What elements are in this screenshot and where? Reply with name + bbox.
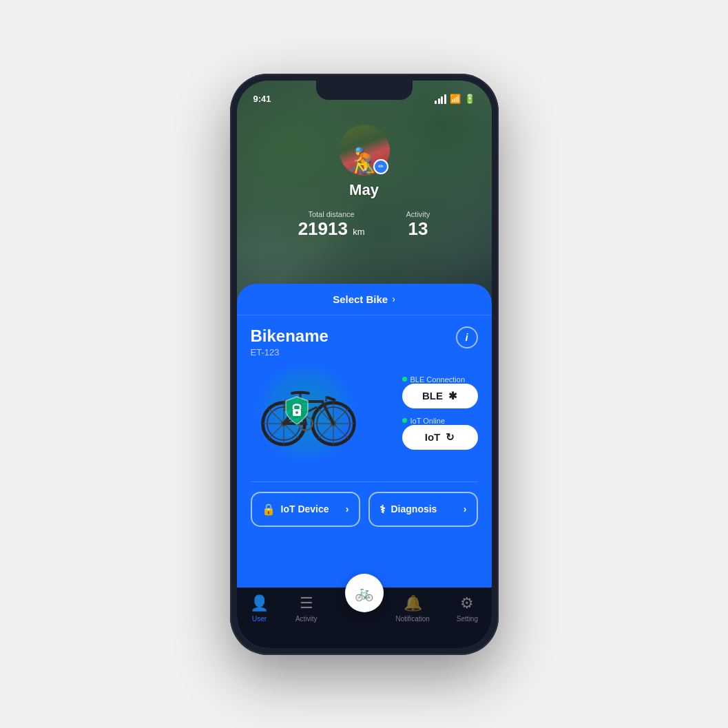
activity-value: 13 — [406, 218, 430, 240]
iot-section: IoT Online IoT ↻ — [402, 417, 478, 450]
battery-icon: 🔋 — [464, 94, 475, 104]
action-buttons: 🔒 IoT Device › ⚕ Diagnosis › — [237, 492, 492, 527]
profile-area: ✏ May Total distance 21913 km Activity 1… — [237, 111, 492, 240]
iot-device-label: IoT Device — [281, 503, 329, 514]
bike-info-button[interactable]: i — [456, 326, 478, 349]
bike-id: ET-123 — [251, 347, 329, 357]
center-fab-button[interactable]: 🚲 — [345, 574, 384, 612]
notification-nav-label: Notification — [395, 615, 429, 623]
activity-label: Activity — [406, 210, 430, 218]
status-icons: 📶 🔋 — [435, 94, 475, 104]
bike-name-group: Bikename ET-123 — [251, 326, 329, 357]
diagnosis-button[interactable]: ⚕ Diagnosis › — [368, 492, 478, 527]
diagnosis-label: Diagnosis — [391, 503, 437, 514]
diagnosis-icon: ⚕ — [379, 503, 386, 516]
edit-icon: ✏ — [378, 163, 384, 170]
activity-nav-icon: ☰ — [300, 594, 313, 612]
user-nav-label: User — [252, 615, 267, 623]
profile-name: May — [349, 181, 379, 199]
svg-line-21 — [318, 425, 331, 438]
svg-line-20 — [335, 408, 348, 422]
svg-line-10 — [269, 425, 282, 438]
notification-nav-icon: 🔔 — [404, 594, 422, 612]
ble-button-label: BLE — [422, 390, 443, 402]
user-nav-icon: 👤 — [250, 594, 269, 612]
svg-line-7 — [269, 408, 282, 422]
notch — [316, 81, 413, 100]
bike-glow — [251, 364, 361, 461]
bike-name: Bikename — [251, 326, 329, 346]
ble-dot — [402, 377, 407, 382]
iot-button[interactable]: IoT ↻ — [402, 425, 478, 450]
select-bike-chevron: › — [392, 293, 395, 304]
activity-nav-label: Activity — [295, 615, 318, 623]
ble-button[interactable]: BLE ✱ — [402, 384, 478, 408]
avatar-wrapper: ✏ — [339, 125, 390, 176]
ble-status: BLE Connection — [402, 375, 478, 384]
bike-fab-icon: 🚲 — [355, 584, 373, 602]
bike-info-section: Bikename ET-123 i — [237, 315, 492, 472]
setting-nav-label: Setting — [457, 615, 478, 623]
nav-item-setting[interactable]: ⚙ Setting — [450, 594, 485, 623]
refresh-icon: ↻ — [446, 431, 455, 444]
iot-status: IoT Online — [402, 417, 478, 425]
iot-device-chevron: › — [346, 503, 349, 514]
ble-section: BLE Connection BLE ✱ — [402, 375, 478, 408]
connection-panel: BLE Connection BLE ✱ IoT Online — [388, 375, 478, 450]
iot-dot — [402, 418, 407, 423]
select-bike-label: Select Bike — [333, 293, 388, 305]
bike-image-area — [251, 364, 388, 461]
bike-header: Bikename ET-123 i — [251, 326, 478, 357]
lock-shield-icon — [283, 395, 311, 430]
lock-icon: 🔒 — [262, 503, 275, 516]
setting-nav-icon: ⚙ — [460, 594, 474, 612]
select-bike-bar[interactable]: Select Bike › — [237, 284, 492, 315]
divider — [251, 481, 478, 482]
nav-item-user[interactable]: 👤 User — [243, 594, 275, 623]
svg-point-25 — [295, 411, 298, 414]
total-distance-value: 21913 km — [298, 218, 365, 240]
iot-device-button[interactable]: 🔒 IoT Device › — [251, 492, 360, 527]
diagnosis-chevron: › — [464, 503, 467, 514]
stats-row: Total distance 21913 km Activity 13 — [298, 210, 430, 240]
total-distance-label: Total distance — [298, 210, 365, 218]
bike-content: BLE Connection BLE ✱ IoT Online — [251, 364, 478, 461]
phone-shell: 9:41 📶 🔋 ✏ — [230, 74, 499, 655]
bluetooth-icon: ✱ — [448, 390, 457, 402]
nav-item-activity[interactable]: ☰ Activity — [289, 594, 324, 623]
status-time: 9:41 — [253, 94, 271, 104]
activity-stat: Activity 13 — [406, 210, 430, 240]
nav-item-notification[interactable]: 🔔 Notification — [388, 594, 436, 623]
wifi-icon: 📶 — [450, 94, 461, 104]
total-distance-stat: Total distance 21913 km — [298, 210, 365, 240]
iot-status-label: IoT Online — [410, 417, 446, 425]
edit-avatar-button[interactable]: ✏ — [373, 159, 388, 174]
ble-status-label: BLE Connection — [410, 375, 466, 384]
blue-card: Select Bike › Bikename ET-123 i — [237, 284, 492, 648]
screen: 9:41 📶 🔋 ✏ — [237, 81, 492, 648]
signal-icon — [435, 94, 446, 104]
iot-button-label: IoT — [425, 431, 441, 443]
svg-line-19 — [335, 425, 348, 438]
